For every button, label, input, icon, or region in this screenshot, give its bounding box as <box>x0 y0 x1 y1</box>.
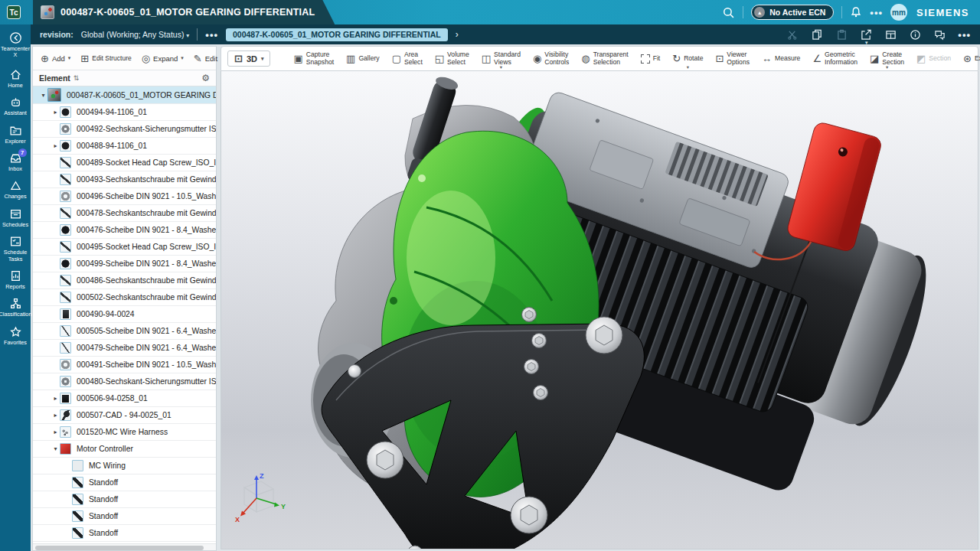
edit-button[interactable]: ✎ Edit <box>194 54 217 64</box>
part-thumbnail-disc-icon <box>60 140 71 152</box>
explorer-icon <box>9 124 22 137</box>
edit-structure-button[interactable]: ⊞ Edit Structure <box>80 54 131 64</box>
revision-bar: revision: Global (Working; Any Status) ▾… <box>31 24 980 44</box>
user-avatar[interactable]: mm <box>890 4 907 21</box>
sidebar-item-reports[interactable]: Reports <box>0 266 31 293</box>
tree-row[interactable]: 000486-Sechskantschraube mit Gewinde bis… <box>33 272 216 289</box>
capture-button[interactable]: ▣Capture Snapshot <box>287 47 340 70</box>
sidebar-item-assistant[interactable]: Assistant <box>0 92 31 119</box>
options-button[interactable]: ⊡Viewer Options <box>709 47 756 70</box>
view-mode-button[interactable]: ⊡ 3D▾ <box>227 51 270 67</box>
part-thumbnail-washer-dark-icon <box>60 258 71 269</box>
3d-model-viewport[interactable]: Z Y X <box>220 71 978 549</box>
sidebar-item-home[interactable]: Home <box>0 64 31 92</box>
geominfo-button[interactable]: ∠Geometric Information <box>806 47 864 70</box>
caret-right-icon[interactable]: ▸ <box>51 429 60 435</box>
explode-button[interactable]: ⊛Explode <box>957 47 980 70</box>
tree-row-label: 000487-K-00605_01_MOTOR GEARING DIFFEREN… <box>67 91 216 99</box>
more-tools-icon[interactable]: ••• <box>958 29 971 41</box>
copy-icon[interactable] <box>811 28 824 41</box>
gallery-button[interactable]: ▥Gallery <box>340 47 386 70</box>
views-button[interactable]: ◫Standard Views▾ <box>475 47 527 70</box>
tree-row[interactable]: 000476-Scheibe DIN 9021 - 8.4_Washer DIN… <box>33 222 216 239</box>
tree-row[interactable]: 000493-Sechskantschraube mit Gewinde bis… <box>33 171 216 188</box>
open-in-icon[interactable]: ▾ <box>860 28 873 41</box>
create-section-button[interactable]: ◪Create Section▾ <box>864 47 910 70</box>
tree-row[interactable]: 000478-Sechskantschraube mit Gewinde bis… <box>33 205 216 222</box>
column-settings-gear-icon[interactable]: ⚙ <box>201 73 210 83</box>
tree-row[interactable]: Standoff <box>33 491 216 508</box>
caret-down-icon[interactable]: ▾ <box>39 92 47 99</box>
part-thumbnail-standoff-icon <box>72 477 83 488</box>
tree-row[interactable]: Standoff <box>33 525 216 542</box>
caret-right-icon[interactable]: ▸ <box>51 109 60 116</box>
caret-right-icon[interactable]: ▸ <box>51 395 60 402</box>
tree-row[interactable]: 000492-Sechskant-Sicherungsmutter ISO 70… <box>33 121 216 138</box>
toolbar-button-label: Visibility Controls <box>544 51 569 65</box>
expand-button[interactable]: ◎ Expand▾ <box>142 54 184 64</box>
caret-down-icon[interactable]: ▾ <box>51 445 60 452</box>
tree-row[interactable]: ▸000488-94-1106_01 <box>33 138 216 155</box>
add-button[interactable]: ⊕ Add▾ <box>41 54 70 64</box>
tree-row[interactable]: ▾000487-K-00605_01_MOTOR GEARING DIFFERE… <box>33 86 216 104</box>
tree-row[interactable]: MC Wiring <box>33 458 216 474</box>
more-actions-icon[interactable]: ••• <box>870 7 883 18</box>
tree-row[interactable]: 000499-Scheibe DIN 9021 - 8.4_Washer DIN… <box>33 256 216 272</box>
sidebar-item-changes[interactable]: Changes <box>0 175 31 203</box>
tree-row[interactable]: 000495-Socket Head Cap Screw_ISO_ISO 476… <box>33 239 216 256</box>
tree-row[interactable]: ▸000494-94-1106_01 <box>33 104 216 121</box>
tree-row[interactable]: 000489-Socket Head Cap Screw_ISO_ISO 476… <box>33 155 216 171</box>
sidebar-item-classification[interactable]: Classification <box>0 293 31 321</box>
tree-row[interactable]: 000496-Scheibe DIN 9021 - 10.5_Washer DI… <box>33 188 216 205</box>
sidebar-item-teamcenter-x[interactable]: Teamcenter X <box>0 28 31 62</box>
sidebar-item-explorer[interactable]: Explorer <box>0 120 31 148</box>
comments-icon[interactable] <box>933 28 946 41</box>
toolbar-button-label: Gallery <box>358 55 379 62</box>
volume-button[interactable]: ◱Volume Select <box>429 47 475 70</box>
document-tab[interactable]: 000487-K-00605_01_MOTOR GEARING DIFFEREN… <box>33 0 335 24</box>
sidebar-item-inbox[interactable]: 7Inbox <box>0 148 31 175</box>
tree-row[interactable]: 000479-Scheibe DIN 9021 - 6.4_Washer DIN… <box>33 340 216 357</box>
breadcrumb-more-icon[interactable]: ••• <box>205 29 218 41</box>
tree-row-label: Standoff <box>89 512 216 520</box>
breadcrumb-chip[interactable]: 000487-K-00605_01_MOTOR GEARING DIFFEREN… <box>226 28 448 41</box>
sidebar-item-favorites[interactable]: Favorites <box>0 321 31 349</box>
tree-row[interactable]: ▸000507-CAD - 94-0025_01 <box>33 407 216 424</box>
area-button[interactable]: ▢Area Select <box>386 47 429 70</box>
tree-column-header[interactable]: Element ⇅ ⚙ <box>33 70 216 86</box>
tree-row[interactable]: 000480-Sechskant-Sicherungsmutter ISO 70… <box>33 373 216 390</box>
classification-icon <box>9 297 22 310</box>
tree-row[interactable]: ▸000506-94-0258_01 <box>33 390 216 407</box>
tree-row[interactable]: 000491-Scheibe DIN 9021 - 10.5_Washer DI… <box>33 357 216 373</box>
measure-button[interactable]: ↔Measure <box>756 47 806 70</box>
tree-row[interactable]: 000502-Sechskantschraube mit Gewinde bis… <box>33 289 216 306</box>
options-icon: ⊡ <box>715 54 724 64</box>
tree-row[interactable]: Standoff <box>33 508 216 525</box>
toolbar-button-label: Rotate <box>684 55 703 62</box>
caret-right-icon[interactable]: ▸ <box>51 412 60 419</box>
info-icon[interactable] <box>909 28 922 41</box>
transparent-button[interactable]: ◍Transparent Selection <box>575 47 634 70</box>
fit-button[interactable]: Fit <box>635 47 667 70</box>
sidebar-item-schedules[interactable]: Schedules <box>0 204 31 231</box>
sidebar-item-schedule-tasks[interactable]: Schedule Tasks <box>0 231 31 266</box>
rotate-button[interactable]: ↻Rotate▾ <box>666 47 709 70</box>
visibility-button[interactable]: ◉Visibility Controls <box>527 47 575 70</box>
caret-right-icon[interactable]: ▸ <box>51 142 60 149</box>
sort-icon[interactable]: ⇅ <box>74 74 80 82</box>
tree-row[interactable]: 000505-Scheibe DIN 9021 - 6.4_Washer DIN… <box>33 323 216 340</box>
search-icon[interactable] <box>722 6 735 19</box>
notifications-bell-icon[interactable] <box>850 6 862 18</box>
tree-row-label: 000491-Scheibe DIN 9021 - 10.5_Washer DI… <box>77 360 216 369</box>
teamcenter-logo[interactable]: Tc <box>7 5 21 19</box>
orientation-triad[interactable]: Z Y X <box>229 468 289 527</box>
tree-horizontal-scrollbar[interactable] <box>33 543 216 550</box>
revision-rule-selector[interactable]: Global (Working; Any Status) ▾ <box>81 30 190 39</box>
table-view-icon[interactable] <box>884 28 897 41</box>
toolbar-button-label: Geometric Information <box>825 51 858 65</box>
tree-row[interactable]: ▸001520-MC Wire Harness <box>33 424 216 441</box>
tree-row[interactable]: ▾Motor Controller <box>33 441 216 458</box>
tree-row[interactable]: 000490-94-0024 <box>33 306 216 323</box>
ecn-status-pill[interactable]: ▲ No Active ECN <box>751 5 834 20</box>
tree-row[interactable]: Standoff <box>33 474 216 491</box>
